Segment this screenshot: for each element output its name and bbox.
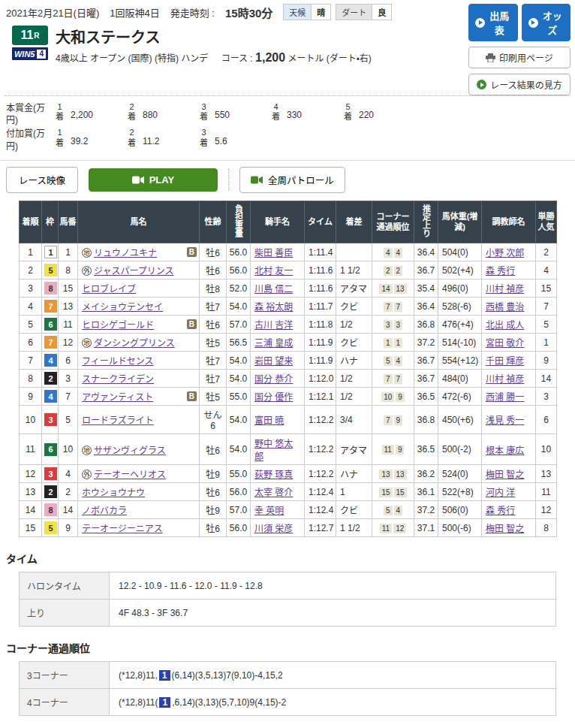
prize-main-line: 本賞金(万円) 1 着2,2002 着8803 着5504 着3305 着220 xyxy=(6,102,569,126)
prize-item: 2 着11.2 xyxy=(128,128,200,147)
trainer-link[interactable]: 宮田 敬介 xyxy=(486,338,524,349)
frame-badge: 8 xyxy=(44,503,57,516)
trainer-link[interactable]: 西橋 豊治 xyxy=(486,302,524,313)
horse-name-link[interactable]: フィールドセンス xyxy=(82,356,154,367)
horse-name-link[interactable]: ジャスパープリンス xyxy=(94,266,173,276)
race-video-button[interactable]: レース映像 xyxy=(6,167,78,193)
last-3f: 36.2 xyxy=(414,465,438,483)
trainer-link[interactable]: 千田 輝彦 xyxy=(486,356,524,367)
race-conditions-text: 4歳以上 オープン (国際) (特指) ハンデ xyxy=(56,53,208,64)
corner-position-box: 13 xyxy=(394,284,407,294)
play-button[interactable]: PLAY xyxy=(89,168,218,192)
jockey-link[interactable]: 北村 友一 xyxy=(254,266,293,276)
corner-row-value: (*12,8)11,1(6,14)(3,5,13)7(9,10)-4,15,2 xyxy=(110,662,556,689)
result-row: 1234外テーオーヘリオス牡955.0荻野 琢真1:12.2ハナ131336.2… xyxy=(20,465,557,483)
prize-item: 3 着5.6 xyxy=(200,128,272,147)
corner-position-box: 9 xyxy=(396,445,405,455)
jockey-link[interactable]: 川須 栄彦 xyxy=(254,524,293,534)
result-row: 1559テーオージーニアス牡656.0川須 栄彦1:12.71 1/211123… xyxy=(20,519,557,537)
patrol-video-button[interactable]: 全周パトロール xyxy=(239,167,345,193)
jockey-cell: 国分 恭介 xyxy=(251,370,305,388)
jockey-link[interactable]: 幸 英明 xyxy=(254,506,284,516)
result-guide-button[interactable]: レース結果の見方 xyxy=(468,74,570,95)
odds-button[interactable]: オッズ xyxy=(522,4,571,41)
frame-badge: 7 xyxy=(44,300,57,313)
frame-cell: 6 xyxy=(42,434,59,465)
horse-name-link[interactable]: ヒロシゲゴールド xyxy=(82,320,154,331)
win-popularity: 5 xyxy=(536,316,557,334)
horse-name-link[interactable]: リュウノユキナ xyxy=(94,248,157,258)
horse-weight: 500(-6) xyxy=(438,519,482,537)
trainer-link[interactable]: 浅見 秀一 xyxy=(486,415,524,426)
finish-position: 14 xyxy=(20,501,42,519)
trainer-link[interactable]: 梅田 智之 xyxy=(486,524,524,534)
prize-item: 1 着39.2 xyxy=(56,128,128,147)
horse-name-link[interactable]: メイショウテンセイ xyxy=(82,302,163,313)
jockey-link[interactable]: 国分 優作 xyxy=(254,392,293,403)
print-page-button[interactable]: 印刷用ページ xyxy=(468,47,570,68)
trainer-link[interactable]: 川村 禎彦 xyxy=(486,374,524,385)
trainer-link[interactable]: 小野 次郎 xyxy=(486,248,524,258)
trainer-cell: 浅見 秀一 xyxy=(482,406,536,434)
jockey-link[interactable]: 古川 吉洋 xyxy=(254,320,293,331)
jockey-link[interactable]: 三浦 皇成 xyxy=(254,338,293,349)
result-row: 3815ヒロブレイブ牡852.0川島 信二1:11.6アタマ141335.449… xyxy=(20,279,557,298)
corner-position-box: 14 xyxy=(379,284,392,294)
horse-name-link[interactable]: スナークライデン xyxy=(82,374,154,385)
course-detail: メートル (ダート・右) xyxy=(288,53,371,64)
video-camera-icon xyxy=(251,176,263,184)
horse-name-link[interactable]: テーオーヘリオス xyxy=(94,470,166,480)
jockey-link[interactable]: 川島 信二 xyxy=(254,284,293,295)
trainer-link[interactable]: 川村 禎彦 xyxy=(486,284,524,295)
frame-badge: 5 xyxy=(44,264,57,276)
time-table: ハロンタイム12.2 - 10.9 - 11.6 - 12.0 - 11.9 -… xyxy=(19,572,556,627)
trainer-link[interactable]: 根本 康広 xyxy=(486,446,524,456)
result-row: 947アヴァンティストB牡555.0国分 優作1:12.11/210936.54… xyxy=(20,388,557,406)
jockey-link[interactable]: 柴田 善臣 xyxy=(254,248,293,258)
horse-name-link[interactable]: アヴァンティスト xyxy=(82,392,153,403)
frame-badge: 6 xyxy=(44,318,57,331)
horse-name-link[interactable]: サザンヴィグラス xyxy=(94,446,166,456)
prize-amount: 39.2 xyxy=(71,130,88,147)
corner-position-box: 13 xyxy=(379,470,392,479)
trainer-link[interactable]: 西浦 勝一 xyxy=(486,392,524,403)
jockey-link[interactable]: 岩田 望来 xyxy=(254,356,293,367)
sex-age: 牡6 xyxy=(200,434,227,465)
margin: 1 xyxy=(336,483,372,501)
last-3f: 36.4 xyxy=(414,243,438,261)
time-row: 上り4F 48.3 - 3F 36.7 xyxy=(20,600,556,627)
horse-name-link[interactable]: ホウショウナウ xyxy=(82,488,145,498)
jockey-link[interactable]: 野中 悠太郎 xyxy=(254,439,293,462)
trainer-link[interactable]: 北出 成人 xyxy=(486,320,524,331)
horse-name-cell: ロードラズライト xyxy=(78,406,200,434)
entry-list-button[interactable]: 出馬表 xyxy=(468,4,518,41)
frame-cell: 2 xyxy=(42,370,59,388)
trainer-link[interactable]: 梅田 智之 xyxy=(486,470,524,480)
trainer-cell: 河内 洋 xyxy=(482,483,536,501)
jockey-link[interactable]: 太宰 啓介 xyxy=(254,488,293,498)
jockey-link[interactable]: 富田 暁 xyxy=(254,415,284,426)
track-condition-badge: ダート 良 xyxy=(336,4,392,20)
last-3f: 36.7 xyxy=(414,352,438,370)
corner-position-box: 10 xyxy=(381,392,394,402)
horse-name-link[interactable]: ダンシングプリンス xyxy=(94,338,175,349)
jockey-link[interactable]: 荻野 琢真 xyxy=(254,470,293,480)
horse-name-link[interactable]: ノボバカラ xyxy=(82,506,127,516)
results-table: 着順枠馬番馬名性齢負担重量騎手名タイム着差コーナー通過順位推定上り馬体重(増減)… xyxy=(19,201,557,537)
trainer-link[interactable]: 森 秀行 xyxy=(486,266,515,276)
jockey-link[interactable]: 森 裕太朗 xyxy=(254,302,293,313)
trainer-link[interactable]: 河内 洋 xyxy=(486,488,515,498)
margin: 1/2 xyxy=(336,388,372,406)
horse-name-link[interactable]: ロードラズライト xyxy=(82,415,154,426)
jockey-link[interactable]: 国分 恭介 xyxy=(254,374,293,385)
horse-name-link[interactable]: ヒロブレイブ xyxy=(82,284,136,295)
trainer-cell: 森 秀行 xyxy=(482,261,536,279)
weather-value: 晴 xyxy=(311,5,330,20)
corner-positions: 1112 xyxy=(372,519,414,537)
corner-positions: 33 xyxy=(372,316,414,334)
trainer-link[interactable]: 森 秀行 xyxy=(486,506,515,516)
jockey-cell: 太宰 啓介 xyxy=(251,483,305,501)
blinker-badge: B xyxy=(187,247,197,257)
horse-name-link[interactable]: テーオージーニアス xyxy=(82,524,163,534)
jockey-cell: 三浦 皇成 xyxy=(251,334,305,352)
